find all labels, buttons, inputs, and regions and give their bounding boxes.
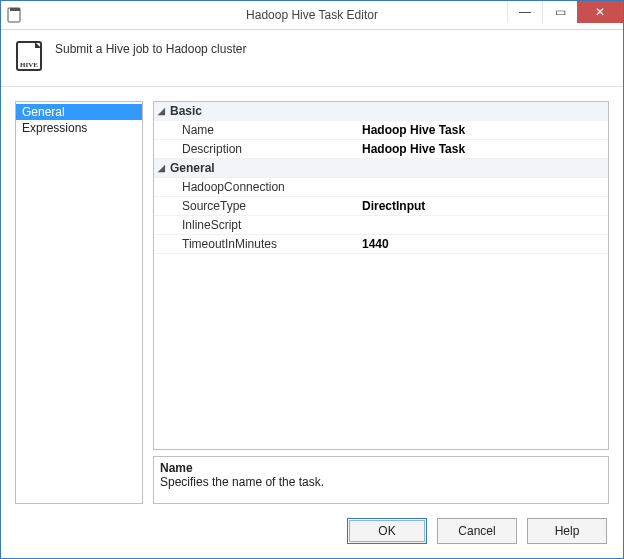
property-grid[interactable]: ◢ Basic Name Hadoop Hive Task Descriptio… [153,101,609,450]
minimize-icon: — [519,5,531,19]
prop-key: InlineScript [168,218,358,232]
dialog-body: General Expressions ◢ Basic Name Hadoop … [1,87,623,504]
window-buttons: — ▭ ✕ [507,1,623,29]
close-button[interactable]: ✕ [577,1,623,23]
prop-row-timeoutinminutes[interactable]: TimeoutInMinutes 1440 [154,235,608,254]
prop-row-hadoopconnection[interactable]: HadoopConnection [154,178,608,197]
prop-key: SourceType [168,199,358,213]
dialog-header: HIVE Submit a Hive job to Hadoop cluster [1,30,623,87]
page-nav: General Expressions [15,101,143,504]
prop-row-name[interactable]: Name Hadoop Hive Task [154,121,608,140]
svg-rect-1 [10,8,20,11]
category-label: Basic [168,104,608,118]
title-bar[interactable]: Hadoop Hive Task Editor — ▭ ✕ [1,1,623,30]
help-button[interactable]: Help [527,518,607,544]
prop-value[interactable]: Hadoop Hive Task [358,123,608,137]
maximize-icon: ▭ [555,5,566,19]
dialog-window: Hadoop Hive Task Editor — ▭ ✕ HIVE Submi… [0,0,624,559]
expand-icon[interactable]: ◢ [154,163,168,173]
description-panel: Name Specifies the name of the task. [153,456,609,504]
content-pane: ◢ Basic Name Hadoop Hive Task Descriptio… [153,101,609,504]
expand-icon[interactable]: ◢ [154,106,168,116]
prop-row-sourcetype[interactable]: SourceType DirectInput [154,197,608,216]
prop-key: Description [168,142,358,156]
prop-value[interactable]: 1440 [358,237,608,251]
prop-row-description[interactable]: Description Hadoop Hive Task [154,140,608,159]
hive-icon: HIVE [15,40,47,72]
ok-button[interactable]: OK [347,518,427,544]
nav-item-expressions[interactable]: Expressions [16,120,142,136]
prop-value[interactable]: DirectInput [358,199,608,213]
prop-row-inlinescript[interactable]: InlineScript [154,216,608,235]
category-label: General [168,161,608,175]
dialog-subtitle: Submit a Hive job to Hadoop cluster [55,40,246,56]
category-general[interactable]: ◢ General [154,159,608,178]
system-menu-icon[interactable] [7,7,23,23]
category-basic[interactable]: ◢ Basic [154,102,608,121]
prop-key: TimeoutInMinutes [168,237,358,251]
close-icon: ✕ [595,5,605,19]
prop-key: HadoopConnection [168,180,358,194]
svg-text:HIVE: HIVE [20,61,38,69]
description-title: Name [160,461,602,475]
prop-key: Name [168,123,358,137]
prop-value[interactable]: Hadoop Hive Task [358,142,608,156]
nav-item-general[interactable]: General [16,104,142,120]
cancel-button[interactable]: Cancel [437,518,517,544]
minimize-button[interactable]: — [507,1,542,23]
maximize-button[interactable]: ▭ [542,1,577,23]
description-text: Specifies the name of the task. [160,475,602,489]
dialog-footer: OK Cancel Help [1,504,623,558]
